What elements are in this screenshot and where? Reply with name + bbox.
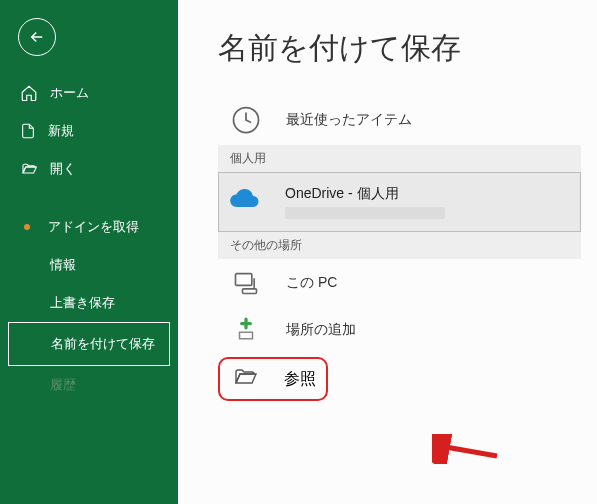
- folder-open-icon: [20, 161, 38, 177]
- page-title: 名前を付けて保存: [218, 28, 597, 69]
- sidebar-item-new[interactable]: 新規: [0, 112, 178, 150]
- sidebar-item-label: 情報: [50, 256, 76, 274]
- onedrive-icon: [227, 189, 261, 211]
- sidebar-item-label: アドインを取得: [48, 218, 139, 236]
- sidebar-item-info[interactable]: 情報: [0, 246, 178, 284]
- bullet-icon: [24, 224, 30, 230]
- onedrive-account-redacted: [285, 207, 445, 219]
- onedrive-personal[interactable]: OneDrive - 個人用: [218, 172, 581, 232]
- svg-rect-1: [236, 274, 252, 286]
- sidebar-item-history[interactable]: 履歴: [0, 366, 178, 394]
- sidebar-item-label: ホーム: [50, 84, 89, 102]
- svg-rect-2: [243, 289, 257, 294]
- sidebar-item-addins[interactable]: アドインを取得: [0, 208, 178, 246]
- arrow-left-icon: [28, 28, 46, 46]
- add-location[interactable]: 場所の追加: [218, 307, 597, 353]
- back-button[interactable]: [18, 18, 56, 56]
- sidebar-item-label: 履歴: [50, 377, 76, 392]
- section-personal: 個人用: [218, 145, 581, 172]
- sidebar-item-home[interactable]: ホーム: [0, 74, 178, 112]
- browse-label: 参照: [284, 369, 316, 390]
- browse-button[interactable]: 参照: [218, 357, 328, 401]
- backstage-sidebar: ホーム 新規 開く アドインを取得 情報 上書き保存 名前を付けて保存 履歴: [0, 0, 178, 504]
- sidebar-item-open[interactable]: 開く: [0, 150, 178, 188]
- section-other: その他の場所: [218, 232, 581, 259]
- add-location-label: 場所の追加: [286, 321, 356, 339]
- sidebar-item-save[interactable]: 上書き保存: [0, 284, 178, 322]
- document-icon: [20, 122, 36, 140]
- this-pc-label: この PC: [286, 274, 337, 292]
- main-panel: 名前を付けて保存 最近使ったアイテム 個人用 OneDrive - 個人用 その…: [178, 0, 597, 504]
- onedrive-title: OneDrive - 個人用: [285, 185, 445, 203]
- clock-icon: [231, 105, 261, 135]
- add-location-icon: [233, 317, 259, 343]
- sidebar-item-save-as[interactable]: 名前を付けて保存: [8, 322, 170, 366]
- this-pc[interactable]: この PC: [218, 259, 597, 307]
- recent-items[interactable]: 最近使ったアイテム: [218, 95, 597, 145]
- folder-open-icon: [230, 365, 260, 389]
- home-icon: [20, 84, 38, 102]
- sidebar-item-label: 開く: [50, 160, 76, 178]
- sidebar-item-label: 新規: [48, 122, 74, 140]
- recent-label: 最近使ったアイテム: [286, 111, 412, 129]
- sidebar-item-label: 上書き保存: [50, 294, 115, 312]
- pc-icon: [232, 269, 260, 297]
- sidebar-item-label: 名前を付けて保存: [51, 335, 155, 353]
